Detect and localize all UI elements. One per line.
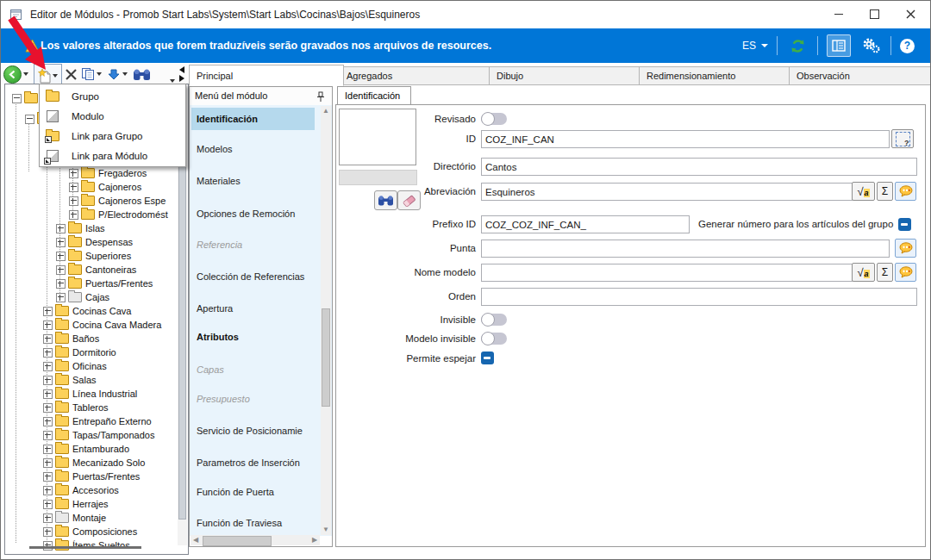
expand-icon[interactable] [43,403,53,413]
tree-item[interactable]: Baños [43,332,99,345]
settings-gears-icon[interactable] [859,35,882,56]
tree-item[interactable]: Cajoneros [69,180,141,194]
help-icon[interactable]: ? [900,39,915,53]
back-button[interactable] [3,65,22,84]
expand-icon[interactable] [43,334,53,344]
menu-item-parametros-de-inserci-n[interactable]: Parametros de Inserción [191,451,315,474]
expand-panel-right-icon[interactable] [179,75,184,82]
prefixo-id-input[interactable] [481,215,690,233]
scroll-left-icon[interactable]: ◀ [191,535,201,545]
menu-item-capas[interactable]: Capas [191,358,315,381]
tree-item[interactable]: Salas [43,373,97,387]
translation-bubble-icon[interactable] [895,239,916,258]
menu-item-modelos[interactable]: Modelos [191,138,315,160]
tree-item[interactable]: Cajoneros Espe [69,194,166,208]
tree-item[interactable]: Accesorios [43,483,119,497]
tree-item[interactable]: Fregaderos [69,166,147,180]
close-button[interactable] [891,1,930,27]
tree-item[interactable]: Tableros [43,401,109,414]
expand-icon[interactable] [69,183,78,192]
collapse-icon[interactable] [25,115,34,124]
tree-item[interactable]: Cocinas Cava [43,304,131,318]
copy-dropdown-icon[interactable] [97,65,102,84]
nome-modelo-input[interactable] [481,264,853,282]
expand-icon[interactable] [56,293,66,302]
tree-item[interactable]: Dormitorio [43,345,116,359]
back-dropdown-icon[interactable] [23,65,28,84]
tree-item[interactable]: Despensas [56,235,133,249]
translation-bubble-icon[interactable] [895,263,916,282]
menu-item-atributos[interactable]: Atributos [191,326,315,348]
expand-icon[interactable] [43,362,53,371]
expand-icon[interactable] [43,445,53,454]
new-dropdown-icon[interactable] [53,66,58,85]
pick-id-icon[interactable]: ? [891,129,914,148]
expand-icon[interactable] [56,279,66,289]
menu-item-opciones-de-remoci-n[interactable]: Opciones de Remoción [191,202,315,225]
move-down-button[interactable] [107,65,121,84]
tree-item[interactable]: Cantoneiras [56,263,136,277]
expand-icon[interactable] [43,348,53,358]
menu-item-presupuesto[interactable]: Presupuesto [191,388,315,410]
tab-dibujo[interactable]: Dibujo [489,66,644,85]
scroll-right-icon[interactable]: ▶ [309,535,320,545]
refresh-icon[interactable] [786,35,809,56]
tree-item-root[interactable] [12,91,41,105]
menu-horizontal-scrollbar[interactable]: ◀ ▶ [191,535,320,545]
menu-item-materiales[interactable]: Materiales [191,170,315,192]
menu-item-funci-n-de-puerta[interactable]: Función de Puerta [191,481,315,503]
language-selector[interactable]: ES [742,40,768,52]
tree-item[interactable]: Superiores [56,249,131,263]
move-dropdown-icon[interactable] [122,65,128,84]
tree-item[interactable]: Ítems Sueltos [43,538,130,552]
expand-icon[interactable] [69,196,78,206]
expand-icon[interactable] [69,210,78,220]
punta-input[interactable] [481,240,890,258]
invisible-toggle[interactable] [481,314,507,326]
collapse-panel-left-icon[interactable] [179,66,184,73]
formula-sqrt-icon[interactable]: √a [852,182,875,201]
formula-sqrt-icon[interactable]: √a [852,263,875,282]
menu-item-funci-n-de-traviesa[interactable]: Función de Traviesa [191,512,315,534]
expand-icon[interactable] [43,513,53,523]
tree-item[interactable]: Cajas [56,290,109,304]
scrollbar-thumb[interactable] [322,308,330,407]
expand-icon[interactable] [43,486,53,495]
sigma-icon[interactable]: Σ [877,263,893,282]
permite-espejar-checkbox[interactable] [481,352,494,364]
expand-icon[interactable] [56,265,66,275]
generate-number-checkbox[interactable] [898,218,911,231]
find-button[interactable] [133,65,151,84]
minimize-button[interactable] [819,1,858,27]
tab-observación[interactable]: Observación [789,66,931,85]
revisado-toggle[interactable] [481,113,507,125]
expand-icon[interactable] [43,527,53,537]
tree-item[interactable]: Herrajes [43,497,109,511]
tab-redimensionamiento[interactable]: Redimensionamiento [639,66,794,85]
tree-item[interactable]: Puertas/Frentes [43,470,140,483]
scroll-down-icon[interactable]: ▼ [321,525,331,535]
tree-item[interactable]: Tapas/Tamponados [43,428,154,442]
tab-identificacion[interactable]: Identificación [337,86,411,104]
tree-item[interactable]: Cocina Cava Madera [43,318,161,332]
tree-horizontal-scrollbar[interactable] [29,546,141,549]
expand-icon[interactable] [56,252,66,261]
expand-icon[interactable] [56,224,66,233]
popup-item-modulo[interactable]: Modulo [41,106,184,126]
copy-button[interactable] [81,65,96,84]
tree-item[interactable]: Puertas/Frentes [56,277,153,290]
popup-item-grupo[interactable]: Grupo [41,86,184,106]
tree-item[interactable]: Montaje [43,511,106,525]
expand-icon[interactable] [43,500,53,509]
tab-agregados[interactable]: Agregados [339,66,494,85]
abreviacion-input[interactable] [481,183,853,201]
tree-item[interactable]: Línea Industrial [43,387,137,401]
translation-bubble-icon[interactable] [895,182,916,201]
expand-icon[interactable] [43,472,53,482]
new-item-button[interactable] [34,64,62,85]
expand-icon[interactable] [43,307,53,316]
popup-item-link-para-m-dulo[interactable]: Link para Módulo [41,146,184,165]
expand-icon[interactable] [43,417,53,426]
tree-item[interactable]: Composiciones [43,525,137,538]
expand-icon[interactable] [43,431,53,440]
